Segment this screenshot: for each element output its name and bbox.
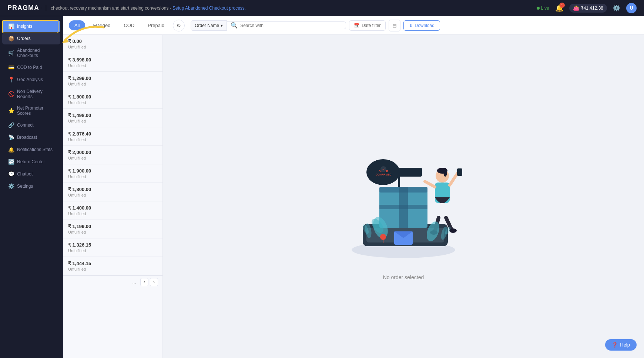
orders-view: ₹ 0.00 Unfulfilled ₹ 3,698.00 Unfulfille… bbox=[63, 35, 644, 358]
order-amount: ₹ 0.00 bbox=[68, 39, 157, 44]
order-list-item[interactable]: ₹ 1,400.00 Unfulfilled bbox=[63, 201, 162, 220]
svg-line-19 bbox=[450, 172, 458, 185]
sidebar-item-connect[interactable]: 🔗 Connect bbox=[2, 119, 60, 131]
svg-point-30 bbox=[380, 234, 386, 240]
order-status: Unfulfilled bbox=[68, 100, 157, 105]
order-status: Unfulfilled bbox=[68, 63, 157, 68]
order-status: Unfulfilled bbox=[68, 45, 157, 49]
tab-cod[interactable]: COD bbox=[118, 20, 140, 30]
nps-icon: ⭐ bbox=[8, 108, 14, 114]
order-amount: ₹ 2,876.49 bbox=[68, 131, 157, 137]
order-amount: ₹ 1,498.00 bbox=[68, 113, 157, 118]
help-icon: ❓ bbox=[612, 342, 618, 348]
date-filter-button[interactable]: 📅 Date filter bbox=[349, 20, 385, 31]
svg-text:CONFIRMED: CONFIRMED bbox=[376, 173, 391, 176]
order-status: Unfulfilled bbox=[68, 119, 157, 123]
sidebar-item-notifications-stats[interactable]: 🔔 Notifications Stats bbox=[2, 144, 60, 155]
avatar[interactable]: U bbox=[626, 3, 637, 13]
svg-rect-6 bbox=[379, 205, 427, 209]
pagination-prev[interactable]: ‹ bbox=[140, 278, 148, 286]
sidebar-item-insights[interactable]: 📊 Insights bbox=[2, 20, 60, 32]
insights-icon: 📊 bbox=[8, 23, 14, 29]
abandoned-icon: 🛒 bbox=[8, 50, 14, 56]
filter-icon-button[interactable]: ⊟ bbox=[389, 20, 400, 31]
tab-prepaid[interactable]: Prepaid bbox=[142, 20, 170, 30]
sidebar-item-net-promoter-scores[interactable]: ⭐ Net Promoter Scores bbox=[2, 103, 60, 119]
search-dropdown[interactable]: Order Name ▾ bbox=[191, 20, 227, 31]
content-area: All Flagged COD Prepaid ↻ Order Name ▾ 🔍 bbox=[63, 16, 644, 358]
order-amount: ₹ 1,299.00 bbox=[68, 76, 157, 81]
order-list-item[interactable]: ₹ 0.00 Unfulfilled bbox=[63, 35, 162, 53]
sidebar-item-geo-analysis[interactable]: 📍 Geo Analysis bbox=[2, 74, 60, 86]
order-amount: ₹ 1,326.15 bbox=[68, 242, 157, 248]
sidebar-item-settings[interactable]: ⚙️ Settings bbox=[2, 180, 60, 192]
pagination-row: ... ‹ › bbox=[63, 275, 162, 288]
banner-message: checkout recovery mechanism and start se… bbox=[51, 6, 246, 11]
download-icon: ⬇ bbox=[409, 23, 413, 28]
sidebar-item-non-delivery-reports[interactable]: 🚫 Non Delivery Reports bbox=[2, 86, 60, 102]
help-button[interactable]: ❓ Help bbox=[605, 339, 637, 351]
search-input[interactable] bbox=[240, 23, 342, 28]
top-right-actions: Live 🔔 1 👛 ₹41,412.38 ⚙️ U bbox=[537, 3, 637, 13]
sidebar-item-return-center[interactable]: ↩️ Return Center bbox=[2, 156, 60, 168]
order-list-item[interactable]: ₹ 1,800.00 Unfulfilled bbox=[63, 90, 162, 109]
orders-icon: 📦 bbox=[8, 36, 14, 41]
svg-rect-20 bbox=[457, 168, 462, 176]
order-status: Unfulfilled bbox=[68, 248, 157, 253]
calendar-icon: 📅 bbox=[354, 23, 359, 28]
live-status: Live bbox=[537, 6, 549, 11]
download-button[interactable]: ⬇ Download bbox=[403, 20, 440, 31]
order-status: Unfulfilled bbox=[68, 137, 157, 142]
settings-nav-icon: ⚙️ bbox=[8, 183, 14, 189]
order-amount: ₹ 1,199.00 bbox=[68, 224, 157, 229]
order-detail-panel: ORDER CONFIRMED ✓ bbox=[163, 35, 644, 358]
chatbot-icon: 💬 bbox=[8, 171, 14, 177]
svg-text:✓: ✓ bbox=[382, 167, 385, 171]
order-list-item[interactable]: ₹ 1,326.15 Unfulfilled bbox=[63, 238, 162, 257]
order-list-item[interactable]: ₹ 2,000.00 Unfulfilled bbox=[63, 146, 162, 164]
refresh-button[interactable]: ↻ bbox=[173, 20, 185, 31]
tab-all[interactable]: All bbox=[69, 20, 85, 30]
svg-point-16 bbox=[443, 168, 447, 177]
order-status: Unfulfilled bbox=[68, 156, 157, 160]
live-dot bbox=[537, 7, 540, 10]
tab-flagged[interactable]: Flagged bbox=[87, 20, 116, 30]
order-list-item[interactable]: ₹ 1,498.00 Unfulfilled bbox=[63, 109, 162, 127]
sidebar-item-abandoned-checkouts[interactable]: 🛒 Abandoned Checkouts bbox=[2, 45, 60, 61]
cod-icon: 💳 bbox=[8, 64, 14, 70]
order-list-item[interactable]: ₹ 1,199.00 Unfulfilled bbox=[63, 220, 162, 238]
broadcast-icon: 📡 bbox=[8, 134, 14, 140]
notification-bell[interactable]: 🔔 1 bbox=[555, 4, 563, 12]
order-amount: ₹ 3,698.00 bbox=[68, 57, 157, 63]
banner-link[interactable]: Setup Abandoned Checkout process. bbox=[172, 6, 246, 11]
order-list-panel: ₹ 0.00 Unfulfilled ₹ 3,698.00 Unfulfille… bbox=[63, 35, 163, 358]
order-status: Unfulfilled bbox=[68, 267, 157, 271]
chevron-down-icon: ▾ bbox=[221, 23, 223, 28]
logo: PRAGMA bbox=[7, 4, 39, 12]
sidebar-item-broadcast[interactable]: 📡 Broadcast bbox=[2, 131, 60, 143]
order-list-item[interactable]: ₹ 1,800.00 Unfulfilled bbox=[63, 183, 162, 201]
wallet-icon: 👛 bbox=[573, 5, 579, 11]
search-area: Order Name ▾ 🔍 bbox=[191, 20, 346, 31]
order-amount: ₹ 1,800.00 bbox=[68, 187, 157, 192]
order-list-item[interactable]: ₹ 1,444.15 Unfulfilled bbox=[63, 257, 162, 275]
order-list-item[interactable]: ₹ 1,900.00 Unfulfilled bbox=[63, 164, 162, 183]
order-amount: ₹ 1,900.00 bbox=[68, 168, 157, 174]
order-amount: ₹ 2,000.00 bbox=[68, 150, 157, 155]
sidebar-item-cod-to-paid[interactable]: 💳 COD to Paid bbox=[2, 61, 60, 73]
sidebar-item-chatbot[interactable]: 💬 Chatbot bbox=[2, 168, 60, 180]
order-status: Unfulfilled bbox=[68, 230, 157, 234]
funnel-icon: ⊟ bbox=[392, 23, 397, 29]
sidebar-item-orders[interactable]: 📦 Orders bbox=[2, 33, 60, 44]
svg-rect-8 bbox=[392, 168, 422, 177]
pagination-info: ... bbox=[133, 280, 136, 284]
wallet-balance[interactable]: 👛 ₹41,412.38 bbox=[569, 4, 607, 13]
order-list-item[interactable]: ₹ 3,698.00 Unfulfilled bbox=[63, 53, 162, 72]
order-list-item[interactable]: ₹ 2,876.49 Unfulfilled bbox=[63, 127, 162, 146]
order-list: ₹ 0.00 Unfulfilled ₹ 3,698.00 Unfulfille… bbox=[63, 35, 162, 275]
main-layout: 📊 Insights 📦 Orders 🛒 Abandoned Checkout… bbox=[0, 16, 644, 358]
order-amount: ₹ 1,444.15 bbox=[68, 261, 157, 266]
order-list-item[interactable]: ₹ 1,299.00 Unfulfilled bbox=[63, 72, 162, 90]
pagination-next[interactable]: › bbox=[150, 278, 158, 286]
settings-icon[interactable]: ⚙️ bbox=[613, 4, 620, 11]
